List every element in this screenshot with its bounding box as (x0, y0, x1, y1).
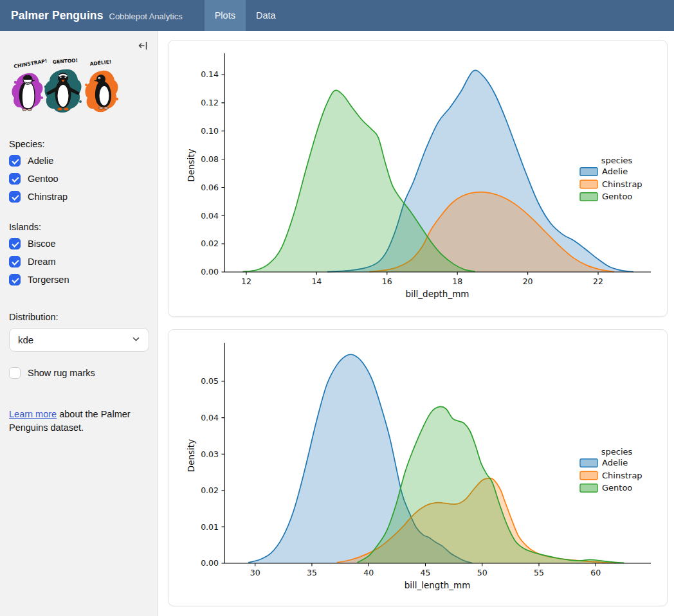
x-tick-label: 22 (593, 276, 603, 286)
sidebar: CHINSTRAP! GENTOO! ADÉLIE! Species: Adel… (0, 31, 158, 616)
adelie-checkbox[interactable] (9, 155, 21, 167)
y-tick-label: 0.01 (201, 522, 219, 532)
sidebar-collapse-button[interactable] (136, 39, 150, 53)
species-label: Species: (9, 139, 149, 149)
checkbox-row-dream[interactable]: Dream (9, 253, 149, 271)
checkbox-row-show-rug-marks[interactable]: Show rug marks (9, 364, 149, 382)
adelie-checkbox-label: Adelie (28, 156, 53, 166)
y-tick-label: 0.03 (201, 449, 219, 459)
penguin-artwork: CHINSTRAP! GENTOO! ADÉLIE! (10, 57, 121, 123)
species-checkbox-list: AdelieGentooChinstrap (9, 152, 149, 206)
legend-swatch-gentoo (580, 193, 597, 201)
bill-length-plot-card: 303540455055600.000.010.020.030.040.05bi… (168, 329, 668, 606)
artwork-label-adelie: ADÉLIE! (89, 59, 112, 67)
bill-depth-plot-card: 1214161820220.000.020.040.060.080.100.12… (168, 40, 668, 317)
y-tick-label: 0.14 (201, 69, 219, 79)
bill-depth-kde-chart: 1214161820220.000.020.040.060.080.100.12… (168, 41, 667, 316)
legend-swatch-adelie (580, 168, 597, 176)
legend-label-adelie: Adelie (602, 167, 628, 176)
x-tick-label: 20 (523, 276, 533, 286)
checkbox-row-gentoo[interactable]: Gentoo (9, 170, 149, 188)
legend-title: species (601, 156, 633, 165)
show-rug-marks-checkbox[interactable] (9, 367, 21, 379)
y-tick-label: 0.08 (201, 154, 219, 164)
legend-label-gentoo: Gentoo (602, 192, 632, 201)
artwork-label-gentoo: GENTOO! (53, 57, 78, 65)
dream-checkbox-label: Dream (28, 257, 56, 267)
species-filter-group: Species: AdelieGentooChinstrap (9, 139, 149, 206)
torgersen-checkbox-label: Torgersen (28, 275, 69, 285)
legend-swatch-chinstrap (580, 471, 597, 480)
x-tick-label: 35 (307, 568, 317, 577)
x-axis-label: bill_length_mm (405, 580, 471, 590)
nav-tabs: Plots Data (205, 0, 286, 31)
checkbox-row-chinstrap[interactable]: Chinstrap (9, 188, 149, 206)
legend-label-gentoo: Gentoo (602, 483, 632, 493)
x-tick-label: 16 (382, 276, 392, 286)
arrow-bar-left-icon (137, 40, 149, 51)
checkbox-row-torgersen[interactable]: Torgersen (9, 271, 149, 289)
chinstrap-checkbox[interactable] (9, 191, 21, 203)
main-content: 1214161820220.000.020.040.060.080.100.12… (159, 31, 674, 616)
legend: speciesAdelieChinstrapGentoo (580, 156, 642, 202)
y-tick-label: 0.06 (201, 183, 219, 192)
distribution-select-value: kde (18, 334, 33, 345)
legend-swatch-gentoo (580, 484, 597, 493)
distribution-select[interactable]: kde (9, 328, 149, 352)
legend-title: species (601, 447, 633, 457)
app-title: Palmer Penguins (11, 9, 104, 23)
dream-checkbox[interactable] (9, 256, 21, 267)
x-tick-label: 18 (452, 276, 462, 286)
biscoe-checkbox-label: Biscoe (28, 239, 56, 249)
bill-length-kde-chart: 303540455055600.000.010.020.030.040.05bi… (168, 330, 667, 606)
y-tick-label: 0.02 (201, 485, 219, 495)
torgersen-checkbox[interactable] (9, 274, 21, 285)
x-axis-label: bill_depth_mm (406, 289, 469, 299)
app-subtitle: Cobblepot Analytics (109, 12, 183, 21)
x-tick-label: 40 (363, 568, 374, 577)
chevron-down-icon (132, 334, 140, 345)
gentoo-checkbox-label: Gentoo (28, 174, 59, 184)
app-window: Palmer Penguins Cobblepot Analytics Plot… (0, 0, 674, 616)
legend-label-chinstrap: Chinstrap (602, 471, 642, 480)
chinstrap-checkbox-label: Chinstrap (28, 192, 68, 202)
y-tick-label: 0.12 (201, 98, 219, 107)
legend-label-adelie: Adelie (602, 458, 628, 467)
checkbox-row-biscoe[interactable]: Biscoe (9, 235, 149, 253)
artwork-label-chinstrap: CHINSTRAP! (14, 58, 48, 69)
gentoo-checkbox[interactable] (9, 173, 21, 185)
learn-more-link[interactable]: Learn more (9, 409, 57, 419)
x-tick-label: 55 (534, 568, 544, 577)
y-tick-label: 0.02 (201, 239, 219, 248)
show-rug-marks-label: Show rug marks (28, 368, 95, 378)
legend-label-chinstrap: Chinstrap (602, 179, 642, 189)
tab-data[interactable]: Data (246, 0, 286, 31)
brand: Palmer Penguins Cobblepot Analytics (0, 9, 183, 23)
y-tick-label: 0.10 (201, 126, 219, 136)
kde-plot-svg: 303540455055600.000.010.020.030.040.05bi… (168, 330, 667, 606)
y-tick-label: 0.04 (201, 413, 219, 422)
y-tick-label: 0.05 (201, 376, 219, 386)
dataset-footnote: Learn more about the Palmer Penguins dat… (9, 408, 138, 435)
y-tick-label: 0.00 (201, 267, 219, 276)
navbar: Palmer Penguins Cobblepot Analytics Plot… (0, 0, 674, 31)
y-axis-label: Density (186, 149, 196, 181)
tab-plots[interactable]: Plots (205, 0, 246, 31)
checkbox-row-adelie[interactable]: Adelie (9, 152, 149, 170)
rug-marks-group: Show rug marks (9, 364, 149, 382)
biscoe-checkbox[interactable] (9, 238, 21, 249)
y-tick-label: 0.04 (201, 211, 219, 221)
islands-checkbox-list: BiscoeDreamTorgersen (9, 235, 149, 289)
x-tick-label: 60 (590, 568, 601, 577)
x-tick-label: 50 (477, 568, 487, 577)
y-tick-label: 0.00 (201, 558, 219, 568)
x-tick-label: 12 (241, 276, 251, 286)
kde-plot-svg: 1214161820220.000.020.040.060.080.100.12… (168, 41, 667, 316)
legend: speciesAdelieChinstrapGentoo (580, 447, 642, 493)
x-tick-label: 30 (250, 568, 260, 577)
distribution-group: Distribution: kde (9, 312, 149, 352)
legend-swatch-adelie (580, 459, 597, 467)
x-tick-label: 14 (311, 276, 322, 286)
legend-swatch-chinstrap (580, 180, 597, 188)
x-tick-label: 45 (421, 568, 431, 577)
